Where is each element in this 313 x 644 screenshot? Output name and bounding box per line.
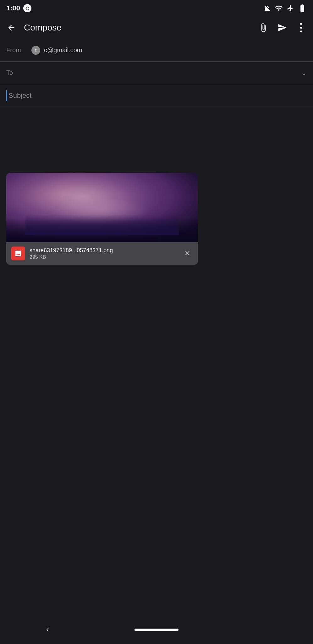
attachment-image xyxy=(6,173,198,242)
nav-back-button[interactable] xyxy=(40,622,55,638)
body-area[interactable] xyxy=(0,107,313,170)
text-cursor xyxy=(6,90,7,101)
wifi-icon xyxy=(275,4,283,12)
app-bar: Compose xyxy=(0,16,313,39)
sender-avatar: t xyxy=(31,46,40,55)
compose-form: From t c@gmail.com To ⌄ Subject xyxy=(0,39,313,265)
svg-point-2 xyxy=(300,31,302,32)
subject-field-row[interactable]: Subject xyxy=(0,84,313,107)
sender-email: c@gmail.com xyxy=(44,47,82,54)
status-app-icon: ◎ xyxy=(23,4,31,12)
page-title: Compose xyxy=(24,23,250,33)
attachment-info-bar: share631973189...05748371.png 295 KB ✕ xyxy=(6,242,198,265)
attach-button[interactable] xyxy=(256,21,270,35)
from-label: From xyxy=(6,47,31,54)
back-button[interactable] xyxy=(5,21,18,34)
more-options-button[interactable] xyxy=(294,21,308,35)
send-button[interactable] xyxy=(275,21,289,35)
to-label: To xyxy=(6,69,31,76)
status-bar-left: 1:00 ◎ xyxy=(6,4,31,12)
svg-point-1 xyxy=(300,27,302,29)
status-bar-right xyxy=(263,4,307,13)
svg-point-0 xyxy=(300,23,302,25)
attachment-size: 295 KB xyxy=(30,254,177,260)
bottom-nav xyxy=(0,619,313,644)
from-field-row: From t c@gmail.com xyxy=(0,39,313,62)
app-bar-actions xyxy=(256,21,308,35)
from-value: t c@gmail.com xyxy=(31,46,307,55)
attachment-filename: share631973189...05748371.png xyxy=(30,247,177,254)
airplane-mode-icon xyxy=(287,4,294,12)
nav-recents-spacer xyxy=(258,622,273,638)
attachment-preview xyxy=(6,173,198,242)
attachment-container: share631973189...05748371.png 295 KB ✕ xyxy=(6,173,198,265)
home-pill[interactable] xyxy=(135,629,178,631)
battery-icon xyxy=(298,4,307,13)
chevron-down-icon[interactable]: ⌄ xyxy=(301,69,307,77)
image-icon xyxy=(14,250,22,257)
attachment-type-icon xyxy=(11,247,25,260)
to-field-row[interactable]: To ⌄ xyxy=(0,62,313,84)
notification-muted-icon xyxy=(263,4,271,12)
status-time: 1:00 xyxy=(6,4,20,12)
subject-placeholder: Subject xyxy=(8,92,31,100)
status-bar: 1:00 ◎ xyxy=(0,0,313,16)
remove-attachment-button[interactable]: ✕ xyxy=(182,248,193,259)
attachment-details: share631973189...05748371.png 295 KB xyxy=(30,247,177,260)
